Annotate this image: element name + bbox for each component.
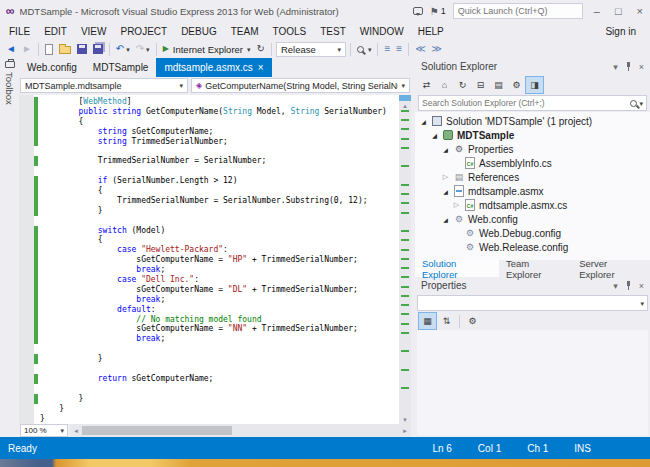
sync-with-active-document-icon[interactable]: ⇄ xyxy=(418,77,435,93)
pin-icon[interactable] xyxy=(625,281,632,290)
tab-mdtsample[interactable]: MDTSample xyxy=(85,58,157,77)
find-button[interactable]: ▾ xyxy=(355,41,374,57)
code-line[interactable]: { xyxy=(19,235,399,245)
code-line[interactable]: case "Dell Inc.": xyxy=(19,275,399,285)
new-file-button[interactable] xyxy=(43,41,55,57)
tree-item[interactable]: ◢⚙Properties xyxy=(415,142,650,156)
code-line[interactable] xyxy=(19,384,399,394)
increase-indent-button[interactable]: ≫ xyxy=(430,41,444,57)
code-area[interactable]: [WebMethod]public string GetComputerName… xyxy=(19,95,399,424)
properties-icon[interactable]: ⚙ xyxy=(508,77,525,93)
window-menu-icon[interactable]: ▾ xyxy=(613,62,618,72)
panel-tab-solution-explorer[interactable]: Solution Explorer xyxy=(415,260,499,277)
code-line[interactable]: case "Hewlett-Packard": xyxy=(19,245,399,255)
menu-team[interactable]: TEAM xyxy=(224,26,266,37)
start-debug-button[interactable]: ▶ Internet Explorer ▾ xyxy=(161,41,253,57)
search-input[interactable] xyxy=(422,98,630,108)
tab-mdtsample.asmx.cs[interactable]: mdtsample.asmx.cs× xyxy=(156,58,271,77)
code-line[interactable]: break; xyxy=(19,334,399,344)
panel-tab-team-explorer[interactable]: Team Explorer xyxy=(499,260,572,277)
tree-item[interactable]: ⚙Web.Debug.config xyxy=(415,226,650,240)
chevron-down-icon[interactable]: ▾ xyxy=(639,100,643,107)
vscroll-track[interactable] xyxy=(399,110,411,415)
uncomment-button[interactable]: ≡ xyxy=(394,41,404,57)
code-line[interactable]: sGetComputerName = "HP" + TrimmedSerialN… xyxy=(19,255,399,265)
close-button[interactable]: × xyxy=(633,5,647,17)
tree-item[interactable]: ◢mdtsample.asmx xyxy=(415,184,650,198)
scroll-down-icon[interactable]: ▼ xyxy=(402,415,408,424)
menu-test[interactable]: TEST xyxy=(313,26,353,37)
open-file-button[interactable] xyxy=(57,41,73,57)
tree-item[interactable]: ◢Solution 'MDTSample' (1 project) xyxy=(415,114,650,128)
tab-web.config[interactable]: Web.config xyxy=(19,58,85,77)
tree-collapsed-icon[interactable]: ▷ xyxy=(452,201,461,209)
toolbox-tab[interactable]: Toolbox xyxy=(0,58,19,437)
code-line[interactable]: // No matching model found xyxy=(19,315,399,325)
zoom-dropdown[interactable]: 100 % ▾ xyxy=(20,424,68,437)
code-line[interactable]: { xyxy=(19,186,399,196)
code-line[interactable]: sGetComputerName = "DL" + TrimmedSerialN… xyxy=(19,285,399,295)
menu-project[interactable]: PROJECT xyxy=(113,26,174,37)
minimize-button[interactable]: – xyxy=(590,5,604,17)
save-all-button[interactable] xyxy=(91,41,105,57)
code-line[interactable]: TrimmedSerialNumber = SerialNumber.Subst… xyxy=(19,196,399,206)
menu-help[interactable]: HELP xyxy=(411,26,451,37)
scroll-left-icon[interactable]: ◄ xyxy=(70,428,82,434)
save-button[interactable] xyxy=(75,41,89,57)
code-line[interactable] xyxy=(19,344,399,354)
preview-selected-item-icon[interactable]: ◨ xyxy=(526,77,543,93)
tree-collapsed-icon[interactable]: ▷ xyxy=(441,173,450,181)
redo-button[interactable]: ↷▾ xyxy=(134,41,152,57)
code-line[interactable]: return sGetComputerName; xyxy=(19,374,399,384)
comment-button[interactable]: ≡ xyxy=(382,41,392,57)
horizontal-scrollbar[interactable]: ◄ ► xyxy=(70,424,411,437)
code-line[interactable]: } xyxy=(19,394,399,404)
navigate-backward-button[interactable]: ◄ xyxy=(4,41,18,57)
code-line[interactable]: string TrimmedSerialNumber; xyxy=(19,137,399,147)
tree-item[interactable]: AssemblyInfo.cs xyxy=(415,156,650,170)
tree-expanded-icon[interactable]: ◢ xyxy=(419,118,428,125)
code-line[interactable]: string sGetComputerName; xyxy=(19,127,399,137)
menu-edit[interactable]: EDIT xyxy=(37,26,74,37)
alphabetical-icon[interactable]: ⇅ xyxy=(438,313,455,329)
scroll-right-icon[interactable]: ► xyxy=(399,428,411,434)
code-line[interactable] xyxy=(19,166,399,176)
properties-object-dropdown[interactable]: ▾ xyxy=(417,295,648,311)
code-line[interactable]: break; xyxy=(19,295,399,305)
code-line[interactable]: { xyxy=(19,117,399,127)
tree-item[interactable]: ▷▤References xyxy=(415,170,650,184)
code-line[interactable]: } xyxy=(19,404,399,414)
code-line[interactable]: switch (Model) xyxy=(19,226,399,236)
code-line[interactable]: } xyxy=(19,354,399,364)
code-line[interactable]: TrimmedSerialNumber = SerialNumber; xyxy=(19,156,399,166)
sign-in-link[interactable]: Sign in xyxy=(605,26,650,37)
solution-configurations-dropdown[interactable]: Release▾ xyxy=(276,42,346,57)
refresh-icon[interactable]: ↻ xyxy=(454,77,471,93)
menu-view[interactable]: VIEW xyxy=(74,26,114,37)
window-menu-icon[interactable]: ▾ xyxy=(613,281,618,291)
collapse-all-icon[interactable]: ⊟ xyxy=(472,77,489,93)
close-icon[interactable]: × xyxy=(639,281,644,291)
code-line[interactable]: default: xyxy=(19,305,399,315)
code-line[interactable] xyxy=(19,216,399,226)
feedback-icon[interactable] xyxy=(413,7,423,15)
search-icon[interactable] xyxy=(630,100,637,107)
code-line[interactable]: } xyxy=(19,206,399,216)
close-icon[interactable]: × xyxy=(258,62,264,73)
home-icon[interactable]: ⌂ xyxy=(436,77,453,93)
tree-item[interactable]: ◢⚙Web.config xyxy=(415,212,650,226)
tree-expanded-icon[interactable]: ◢ xyxy=(441,216,450,223)
show-all-files-icon[interactable]: ▤ xyxy=(490,77,507,93)
close-icon[interactable]: × xyxy=(639,62,644,72)
code-line[interactable] xyxy=(19,364,399,374)
refresh-button[interactable]: ↻ xyxy=(255,41,267,57)
pin-icon[interactable] xyxy=(625,62,632,71)
property-pages-icon[interactable]: ⚙ xyxy=(464,313,481,329)
undo-button[interactable]: ↶▾ xyxy=(114,41,132,57)
scroll-up-icon[interactable]: ▲ xyxy=(402,101,408,110)
vertical-scrollbar[interactable]: ▲ ▼ xyxy=(399,95,411,424)
menu-file[interactable]: FILE xyxy=(2,26,37,37)
panel-tab-server-explorer[interactable]: Server Explorer xyxy=(572,260,650,277)
menu-window[interactable]: WINDOW xyxy=(353,26,411,37)
code-line[interactable]: [WebMethod] xyxy=(19,97,399,107)
